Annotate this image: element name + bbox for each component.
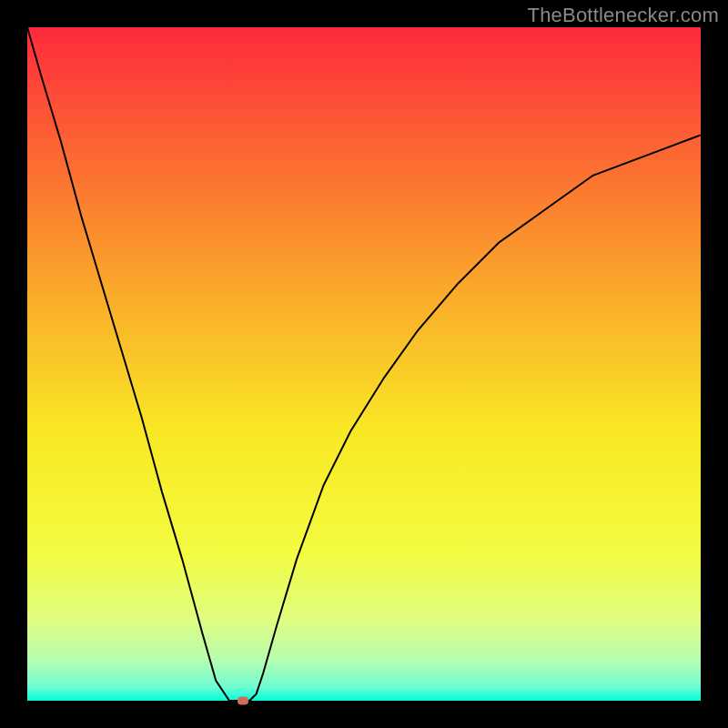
plot-area [27,27,701,701]
curve-path [27,27,701,701]
bottleneck-curve [27,27,701,701]
watermark-text: TheBottlenecker.com [528,4,719,27]
optimal-point-marker [238,697,248,705]
chart-frame: TheBottlenecker.com [0,0,728,728]
